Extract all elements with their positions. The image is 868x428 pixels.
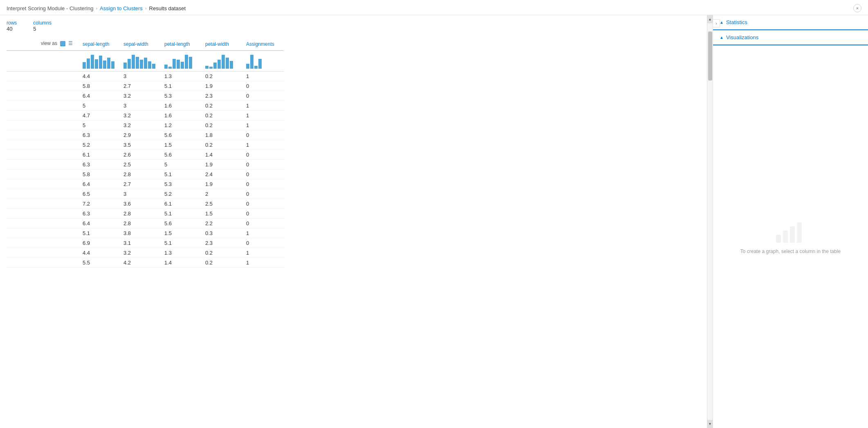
- scroll-thumb[interactable]: [708, 31, 712, 81]
- cell-petal_width: 1.9: [202, 179, 243, 189]
- cell-petal_width: 0.3: [202, 229, 243, 238]
- table-row: 5.54.21.40.21: [7, 258, 284, 268]
- table-row: 6.32.551.90: [7, 160, 284, 170]
- cell-sepal_width: 3.2: [120, 248, 161, 258]
- table-container: view as ▩ ☰ sepal-length sepal-width pet…: [7, 38, 707, 428]
- cell-sepal_width: 4.2: [120, 258, 161, 268]
- cell-petal_width: 0.2: [202, 111, 243, 121]
- cell-petal_length: 1.6: [161, 101, 202, 111]
- histogram-view-icon[interactable]: ▩: [60, 39, 66, 47]
- table-row: 4.73.21.60.21: [7, 111, 284, 121]
- histogram-petal-width[interactable]: [202, 51, 243, 72]
- scroll-down-arrow[interactable]: ▼: [707, 420, 713, 428]
- cell-sepal_width: 3.2: [120, 91, 161, 101]
- columns-label: columns: [33, 20, 52, 26]
- data-table: view as ▩ ☰ sepal-length sepal-width pet…: [7, 38, 284, 268]
- right-panel: › ▲ Statistics ▲ Visualizations: [713, 15, 868, 428]
- col-petal-length[interactable]: petal-length: [161, 38, 202, 51]
- cell-sepal_width: 3: [120, 189, 161, 199]
- cell-sepal_width: 2.7: [120, 179, 161, 189]
- cell-sepal_length: 6.1: [79, 150, 120, 160]
- row-index-cell: [7, 111, 79, 121]
- breadcrumb-sep2: ›: [145, 6, 147, 11]
- cell-sepal_length: 4.7: [79, 111, 120, 121]
- cell-petal_width: 2.3: [202, 91, 243, 101]
- scroll-up-arrow[interactable]: ▲: [707, 15, 713, 23]
- cell-sepal_length: 5: [79, 101, 120, 111]
- cell-petal_width: 0.2: [202, 140, 243, 150]
- row-index-cell: [7, 91, 79, 101]
- cell-sepal_width: 3.6: [120, 199, 161, 209]
- table-row: 7.23.66.12.50: [7, 199, 284, 209]
- rows-value: 40: [7, 26, 17, 32]
- statistics-title: Statistics: [726, 19, 747, 25]
- table-row: 53.21.20.21: [7, 121, 284, 130]
- cell-petal_width: 2.5: [202, 199, 243, 209]
- cell-sepal_width: 3.2: [120, 111, 161, 121]
- cell-petal_length: 5.2: [161, 189, 202, 199]
- col-sepal-width[interactable]: sepal-width: [120, 38, 161, 51]
- cell-petal_width: 1.9: [202, 160, 243, 170]
- cell-sepal_length: 6.4: [79, 179, 120, 189]
- viz-hint: To create a graph, select a column in th…: [740, 248, 841, 255]
- breadcrumb-root: Interpret Scoring Module - Clustering: [7, 5, 93, 11]
- cell-petal_length: 5.6: [161, 130, 202, 140]
- cell-sepal_length: 5: [79, 121, 120, 130]
- table-row: 6.32.85.11.50: [7, 209, 284, 219]
- row-index-cell: [7, 209, 79, 219]
- col-petal-width[interactable]: petal-width: [202, 38, 243, 51]
- histogram-assignments[interactable]: [243, 51, 284, 72]
- cell-assignments: 0: [243, 238, 284, 248]
- meta-info: rows 40 columns 5: [7, 20, 707, 32]
- col-sepal-length[interactable]: sepal-length: [79, 38, 120, 51]
- cell-petal_length: 5.3: [161, 91, 202, 101]
- statistics-section-header[interactable]: ▲ Statistics: [713, 15, 868, 30]
- cell-petal_width: 2.2: [202, 219, 243, 229]
- cell-sepal_length: 6.3: [79, 209, 120, 219]
- panel-collapse-button[interactable]: ›: [713, 19, 720, 27]
- visualizations-section-header[interactable]: ▲ Visualizations: [713, 30, 868, 45]
- rows-meta: rows 40: [7, 20, 17, 32]
- left-panel: rows 40 columns 5 view as ▩ ☰: [0, 15, 707, 428]
- cell-sepal_length: 6.3: [79, 160, 120, 170]
- table-row: 6.32.95.61.80: [7, 130, 284, 140]
- cell-sepal_width: 2.5: [120, 160, 161, 170]
- view-as-header: view as ▩ ☰: [7, 38, 79, 51]
- cell-assignments: 1: [243, 248, 284, 258]
- cell-sepal_width: 2.7: [120, 81, 161, 91]
- table-row: 6.42.85.62.20: [7, 219, 284, 229]
- svg-rect-0: [776, 235, 781, 243]
- breadcrumb-sep1: ›: [96, 6, 97, 11]
- cell-assignments: 1: [243, 258, 284, 268]
- table-row: 6.535.220: [7, 189, 284, 199]
- histogram-sepal-width[interactable]: [120, 51, 161, 72]
- table-row: 5.13.81.50.31: [7, 229, 284, 238]
- row-index-cell: [7, 121, 79, 130]
- cell-petal_length: 5.6: [161, 219, 202, 229]
- cell-petal_length: 5.1: [161, 81, 202, 91]
- list-view-icon[interactable]: ☰: [68, 40, 73, 46]
- row-index-cell: [7, 170, 79, 179]
- viz-placeholder: To create a graph, select a column in th…: [740, 218, 841, 255]
- row-index-cell: [7, 81, 79, 91]
- cell-petal_width: 0.2: [202, 248, 243, 258]
- cell-assignments: 0: [243, 150, 284, 160]
- row-index-cell: [7, 258, 79, 268]
- col-assignments[interactable]: Assignments: [243, 38, 284, 51]
- cell-petal_length: 5.6: [161, 150, 202, 160]
- columns-value: 5: [33, 26, 52, 32]
- cell-petal_length: 5.3: [161, 179, 202, 189]
- breadcrumb-current: Results dataset: [149, 5, 186, 11]
- cell-petal_width: 2.3: [202, 238, 243, 248]
- histogram-petal-length[interactable]: [161, 51, 202, 72]
- breadcrumb-link1[interactable]: Assign to Clusters: [100, 5, 143, 11]
- cell-sepal_length: 6.4: [79, 91, 120, 101]
- cell-assignments: 0: [243, 170, 284, 179]
- cell-sepal_length: 5.1: [79, 229, 120, 238]
- cell-assignments: 0: [243, 130, 284, 140]
- close-button[interactable]: ×: [853, 4, 861, 12]
- table-body: 4.431.30.215.82.75.11.906.43.25.32.30531…: [7, 72, 284, 268]
- row-index-cell: [7, 72, 79, 81]
- svg-rect-2: [790, 226, 795, 243]
- histogram-sepal-length[interactable]: [79, 51, 120, 72]
